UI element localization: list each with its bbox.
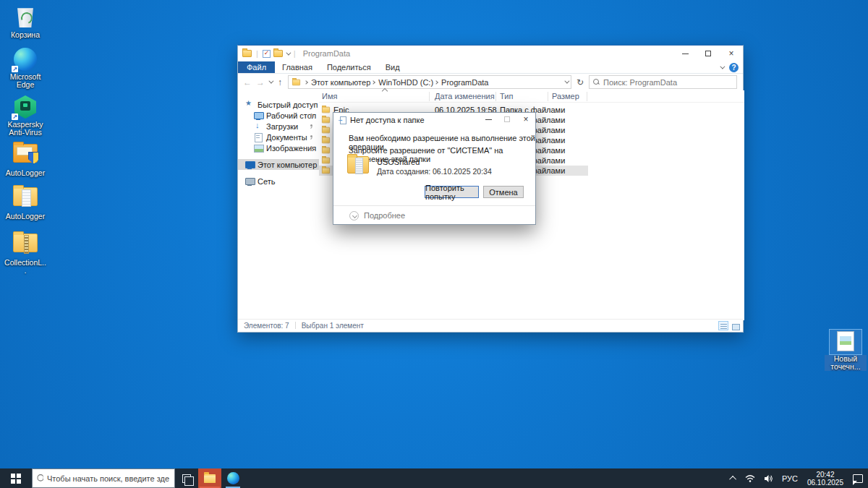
folder-icon — [322, 158, 330, 164]
sidebar-item[interactable]: Документы — [238, 132, 319, 142]
move-file-icon — [338, 116, 346, 124]
details-toggle-label[interactable]: Подробнее — [364, 211, 405, 220]
file-explorer-taskbar-button[interactable] — [198, 468, 221, 488]
dialog-folder-created-date: Дата создания: 06.10.2025 20:34 — [377, 167, 492, 176]
column-separator — [429, 92, 430, 101]
address-dropdown-chevron-icon[interactable] — [564, 79, 569, 84]
sidebar-item-icon — [254, 122, 263, 130]
sidebar-item[interactable]: Изображения — [238, 142, 319, 153]
column-separator — [495, 92, 496, 101]
window-controls: × — [673, 46, 743, 61]
start-button[interactable] — [0, 468, 32, 488]
window-title: ProgramData — [303, 49, 350, 58]
taskbar-search-box[interactable]: Чтобы начать поиск, введите здесь запрос — [32, 468, 175, 488]
speaker-icon — [764, 474, 773, 483]
desktop-icon[interactable]: ↗ AutoLogger — [4, 142, 46, 177]
dialog-title-bar[interactable]: Нет доступа к папке × — [333, 113, 535, 127]
dialog-minimize-button[interactable] — [479, 112, 498, 127]
help-icon[interactable]: ? — [729, 63, 739, 72]
dialog-close-button[interactable]: × — [516, 112, 535, 127]
task-view-icon — [182, 474, 191, 483]
windows-logo-icon — [11, 474, 21, 484]
search-icon — [37, 474, 43, 482]
chevron-up-icon — [729, 476, 736, 483]
thumbnails-view-button[interactable] — [730, 321, 740, 330]
dialog-window-controls: × — [479, 112, 535, 128]
column-type[interactable]: Тип — [500, 92, 513, 100]
taskbar: Чтобы начать поиск, введите здесь запрос — [0, 468, 868, 488]
quick-access-toolbar: | | ProgramData — [242, 49, 350, 58]
breadcrumb-label[interactable]: Этот компьютер — [311, 78, 370, 87]
sidebar-item-label: Документы — [266, 133, 307, 142]
desktop[interactable]: ↗ Корзина ↗ Microsoft Edge ↗ Kaspersky A… — [0, 0, 868, 488]
language-indicator[interactable]: РУС — [778, 468, 801, 488]
desktop-icon[interactable]: ↗ AutoLogger — [4, 185, 46, 221]
sidebar-item-label: Этот компьютер — [258, 160, 317, 169]
clock[interactable]: 20:42 06.10.2025 — [803, 468, 848, 488]
close-button[interactable]: × — [720, 46, 743, 61]
breadcrumb: Этот компьютер WinToHDD (C:) ProgramData — [303, 78, 488, 87]
volume-button[interactable] — [760, 468, 777, 488]
pin-icon — [309, 124, 313, 129]
tab-share[interactable]: Поделиться — [320, 61, 378, 73]
column-date-modified[interactable]: Дата изменения — [435, 92, 495, 100]
action-center-button[interactable] — [849, 468, 867, 488]
desktop-icon-new-bitmap[interactable]: Новый точечн... — [825, 330, 867, 371]
sidebar-item[interactable]: Загрузки — [238, 121, 319, 132]
search-box[interactable]: Поиск: ProgramData — [589, 75, 737, 89]
desktop-icon[interactable]: ↗ Корзина — [4, 6, 46, 39]
tab-home[interactable]: Главная — [275, 61, 320, 73]
window-folder-icon — [242, 50, 252, 57]
sidebar-item[interactable]: Быстрый доступ — [238, 99, 319, 110]
customize-qat-chevron-icon[interactable] — [286, 50, 291, 55]
sidebar-item[interactable]: Рабочий стол — [238, 110, 319, 121]
folder-icon — [322, 127, 330, 134]
sidebar-item-label: Быстрый доступ — [258, 100, 318, 109]
refresh-icon[interactable]: ↻ — [574, 77, 586, 87]
expand-ribbon-chevron-icon[interactable] — [720, 64, 725, 69]
forward-icon[interactable]: → — [255, 77, 265, 87]
folder-icon — [322, 107, 330, 114]
desktop-icon-art: ↗ — [13, 95, 38, 119]
breadcrumb-segment[interactable]: WinToHDD (C:) — [370, 78, 433, 87]
breadcrumb-label[interactable]: ProgramData — [441, 78, 488, 87]
column-name[interactable]: Имя — [322, 92, 337, 100]
breadcrumb-segment[interactable]: Этот компьютер — [303, 78, 370, 87]
expand-details-chevron-icon[interactable] — [349, 211, 359, 221]
show-hidden-icons-button[interactable] — [728, 468, 740, 488]
sidebar-item[interactable]: Сеть — [238, 176, 319, 187]
new-folder-icon[interactable] — [273, 50, 283, 57]
desktop-icon-art: ↗ — [13, 234, 38, 257]
cancel-button[interactable]: Отмена — [483, 186, 524, 198]
desktop-icon[interactable]: ↗ Kaspersky Anti-Virus — [4, 95, 46, 137]
retry-button[interactable]: Повторить попытку — [425, 186, 479, 198]
tab-file[interactable]: Файл — [238, 61, 275, 73]
breadcrumb-segment[interactable]: ProgramData — [433, 78, 488, 87]
folder-icon — [322, 147, 330, 154]
task-view-button[interactable] — [175, 468, 198, 488]
up-icon[interactable]: ↑ — [275, 77, 285, 87]
title-bar[interactable]: | | ProgramData × — [238, 46, 743, 61]
details-view-button[interactable] — [718, 321, 728, 330]
sidebar-item[interactable]: Этот компьютер — [238, 159, 319, 170]
minimize-button[interactable] — [673, 46, 697, 61]
desktop-icon-art — [833, 331, 858, 353]
breadcrumb-label[interactable]: WinToHDD (C:) — [378, 78, 433, 87]
pin-icon — [309, 146, 313, 150]
desktop-icon[interactable]: ↗ CollectionL... — [4, 231, 46, 275]
papers-decor — [17, 147, 33, 155]
column-size[interactable]: Размер — [552, 92, 579, 100]
properties-icon[interactable] — [263, 50, 271, 58]
network-button[interactable] — [741, 468, 759, 488]
location-folder-icon — [292, 79, 300, 85]
recent-locations-chevron-icon[interactable] — [268, 79, 273, 84]
desktop-icon[interactable]: ↗ Microsoft Edge — [4, 48, 46, 89]
desktop-icon-art: ↗ — [13, 48, 38, 71]
items-count: Элементов: 7 — [244, 322, 289, 330]
maximize-button[interactable] — [697, 46, 720, 61]
back-icon[interactable]: ← — [242, 77, 252, 87]
tab-view[interactable]: Вид — [378, 61, 407, 73]
address-bar[interactable]: Этот компьютер WinToHDD (C:) ProgramData — [288, 75, 571, 89]
edge-taskbar-button[interactable] — [221, 468, 244, 488]
sidebar-item-icon — [245, 160, 254, 168]
